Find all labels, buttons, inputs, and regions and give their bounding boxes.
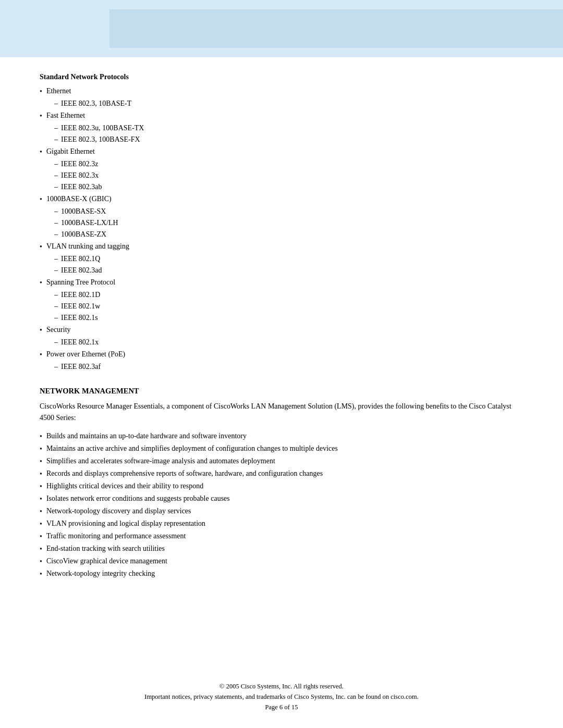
list-item-label: Maintains an active archive and simplifi…: [46, 443, 338, 454]
list-item: –IEEE 802.1D: [54, 289, 523, 300]
list-item-label: Builds and maintains an up-to-date hardw…: [46, 430, 247, 441]
sub-list-item-label: IEEE 802.1w: [61, 301, 100, 312]
bullet-icon: •: [40, 506, 42, 517]
list-item: –IEEE 802.1s: [54, 312, 523, 323]
standard-protocols-heading: Standard Network Protocols: [40, 73, 523, 81]
list-item: •Power over Ethernet (PoE): [40, 349, 523, 360]
bullet-icon: •: [40, 481, 42, 492]
list-item: •Ethernet: [40, 85, 523, 97]
list-item: –1000BASE-SX: [54, 206, 523, 217]
dash-icon: –: [54, 312, 58, 323]
standard-protocols-section: Standard Network Protocols •Ethernet–IEE…: [40, 73, 523, 372]
bullet-icon: •: [40, 569, 42, 579]
list-item: –IEEE 802.3z: [54, 158, 523, 169]
sub-list: –IEEE 802.3, 10BASE-T: [54, 98, 523, 109]
sub-list-item-label: 1000BASE-ZX: [61, 229, 106, 240]
network-management-section: NETWORK MANAGEMENT CiscoWorks Resource M…: [40, 387, 523, 579]
list-item: •Security: [40, 324, 523, 336]
footer-line3: Page 6 of 15: [0, 702, 563, 712]
list-item: –IEEE 802.1Q: [54, 253, 523, 264]
bullet-icon: •: [40, 86, 42, 97]
bullet-icon: •: [40, 493, 42, 504]
list-item: •Builds and maintains an up-to-date hard…: [40, 430, 523, 442]
list-item: –1000BASE-LX/LH: [54, 217, 523, 228]
list-item: •VLAN trunking and tagging: [40, 241, 523, 252]
list-item-label: End-station tracking with search utiliti…: [46, 543, 165, 554]
list-item-label: Records and displays comprehensive repor…: [46, 468, 323, 479]
bullet-icon: •: [40, 556, 42, 567]
list-item: •Simplifies and accelerates software-ima…: [40, 455, 523, 467]
list-item: •Fast Ethernet: [40, 110, 523, 121]
dash-icon: –: [54, 217, 58, 228]
bullet-icon: •: [40, 110, 42, 121]
list-item-label: Highlights critical devices and their ab…: [46, 480, 203, 491]
list-item-label: Simplifies and accelerates software-imag…: [46, 455, 275, 466]
list-item-label: Network-topology discovery and display s…: [46, 505, 191, 516]
dash-icon: –: [54, 253, 58, 264]
dash-icon: –: [54, 229, 58, 240]
bullet-icon: •: [40, 531, 42, 542]
bullet-icon: •: [40, 241, 42, 252]
bullet-icon: •: [40, 456, 42, 467]
bullet-icon: •: [40, 431, 42, 442]
dash-icon: –: [54, 181, 58, 192]
list-item-label: Power over Ethernet (PoE): [46, 349, 125, 360]
bullet-icon: •: [40, 194, 42, 205]
list-item: •Network-topology discovery and display …: [40, 505, 523, 517]
list-item-label: VLAN trunking and tagging: [46, 241, 129, 252]
list-item: •Isolates network error conditions and s…: [40, 493, 523, 504]
list-item: •Spanning Tree Protocol: [40, 277, 523, 288]
list-item: –IEEE 802.3u, 100BASE-TX: [54, 122, 523, 133]
list-item-label: Network-topology integrity checking: [46, 568, 155, 579]
list-item-label: CiscoView graphical device management: [46, 556, 167, 566]
list-item: •Maintains an active archive and simplif…: [40, 443, 523, 454]
list-item: •VLAN provisioning and logical display r…: [40, 518, 523, 529]
network-management-heading: NETWORK MANAGEMENT: [40, 387, 523, 396]
list-item-label: Ethernet: [46, 85, 71, 96]
sub-list-item-label: IEEE 802.3u, 100BASE-TX: [61, 122, 144, 133]
list-item: •End-station tracking with search utilit…: [40, 543, 523, 554]
list-item: •Records and displays comprehensive repo…: [40, 468, 523, 479]
sub-list: –1000BASE-SX–1000BASE-LX/LH–1000BASE-ZX: [54, 206, 523, 240]
main-content: Standard Network Protocols •Ethernet–IEE…: [0, 73, 563, 579]
sub-list: –IEEE 802.3u, 100BASE-TX–IEEE 802.3, 100…: [54, 122, 523, 145]
list-item: •Traffic monitoring and performance asse…: [40, 530, 523, 542]
list-item: –IEEE 802.3ab: [54, 181, 523, 192]
dash-icon: –: [54, 337, 58, 348]
dash-icon: –: [54, 170, 58, 181]
dash-icon: –: [54, 134, 58, 145]
page-footer: © 2005 Cisco Systems, Inc. All rights re…: [0, 681, 563, 712]
bullet-icon: •: [40, 277, 42, 288]
sub-list-item-label: IEEE 802.1s: [61, 312, 98, 323]
sub-list: –IEEE 802.1Q–IEEE 802.3ad: [54, 253, 523, 276]
sub-list-item-label: IEEE 802.3, 100BASE-FX: [61, 134, 140, 145]
sub-list-item-label: IEEE 802.3, 10BASE-T: [61, 98, 131, 109]
bullet-icon: •: [40, 349, 42, 360]
list-item: –IEEE 802.3ad: [54, 265, 523, 276]
footer-line1: © 2005 Cisco Systems, Inc. All rights re…: [0, 681, 563, 692]
bullet-icon: •: [40, 443, 42, 454]
sub-list: –IEEE 802.3z–IEEE 802.3x–IEEE 802.3ab: [54, 158, 523, 192]
dash-icon: –: [54, 122, 58, 133]
dash-icon: –: [54, 98, 58, 109]
sub-list-item-label: IEEE 802.3x: [61, 170, 99, 181]
sub-list-item-label: IEEE 802.3af: [61, 361, 101, 372]
list-item: •Gigabit Ethernet: [40, 146, 523, 157]
sub-list: –IEEE 802.3af: [54, 361, 523, 372]
sub-list: –IEEE 802.1D–IEEE 802.1w–IEEE 802.1s: [54, 289, 523, 323]
list-item: –IEEE 802.1x: [54, 337, 523, 348]
sub-list-item-label: IEEE 802.3z: [61, 158, 99, 169]
list-item: –IEEE 802.1w: [54, 301, 523, 312]
list-item-label: VLAN provisioning and logical display re…: [46, 518, 205, 529]
footer-line2: Important notices, privacy statements, a…: [0, 692, 563, 702]
list-item-label: Security: [46, 324, 71, 335]
list-item: –IEEE 802.3x: [54, 170, 523, 181]
bullet-icon: •: [40, 468, 42, 479]
bullet-icon: •: [40, 325, 42, 336]
sub-list-item-label: IEEE 802.1D: [61, 289, 100, 300]
sub-list-item-label: IEEE 802.1Q: [61, 253, 100, 264]
list-item: –IEEE 802.3af: [54, 361, 523, 372]
bullet-icon: •: [40, 519, 42, 529]
sub-list-item-label: 1000BASE-SX: [61, 206, 106, 217]
sub-list-item-label: IEEE 802.3ab: [61, 181, 102, 192]
